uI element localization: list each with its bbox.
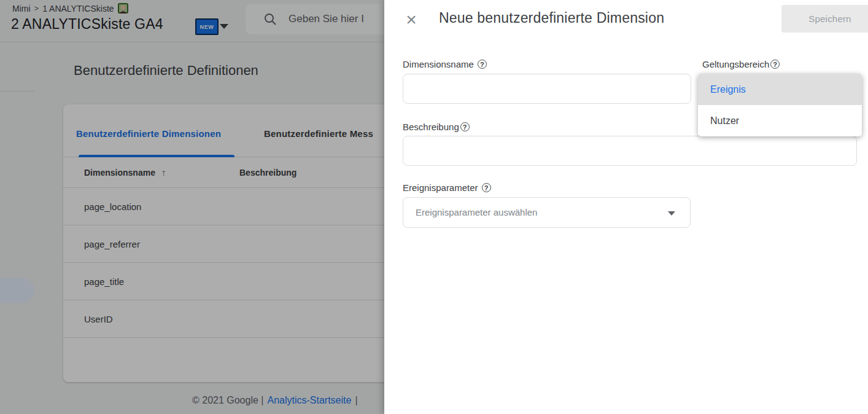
event-parameter-label: Ereignisparameter xyxy=(403,182,491,193)
scope-option-nutzer[interactable]: Nutzer xyxy=(698,105,862,136)
dimension-name-label: Dimensionsname xyxy=(403,59,487,69)
event-parameter-placeholder: Ereignisparameter auswählen xyxy=(416,198,537,227)
dimension-name-input[interactable] xyxy=(403,74,691,104)
ga4-admin-screen: Mimi > 1 ANALYTICSkiste 2 ANALYTICSkiste… xyxy=(0,0,868,414)
caret-down-icon xyxy=(668,211,675,216)
help-icon[interactable] xyxy=(460,122,470,131)
description-label: Beschreibung xyxy=(403,122,470,132)
description-input[interactable] xyxy=(403,136,857,166)
dialog-title: Neue benutzerdefinierte Dimension xyxy=(439,10,664,26)
event-parameter-select[interactable]: Ereignisparameter auswählen xyxy=(403,197,691,228)
scope-option-ereignis[interactable]: Ereignis xyxy=(698,74,862,105)
help-icon[interactable] xyxy=(482,183,491,192)
modal-dim-overlay[interactable] xyxy=(0,0,384,414)
help-icon[interactable] xyxy=(770,60,780,69)
scope-dropdown-menu: Ereignis Nutzer xyxy=(698,74,862,136)
new-custom-dimension-dialog: × Neue benutzerdefinierte Dimension Spei… xyxy=(384,0,868,414)
scope-label: Geltungsbereich xyxy=(702,59,780,69)
help-icon[interactable] xyxy=(478,60,487,69)
save-button[interactable]: Speichern xyxy=(781,5,868,33)
close-icon[interactable]: × xyxy=(403,11,420,28)
